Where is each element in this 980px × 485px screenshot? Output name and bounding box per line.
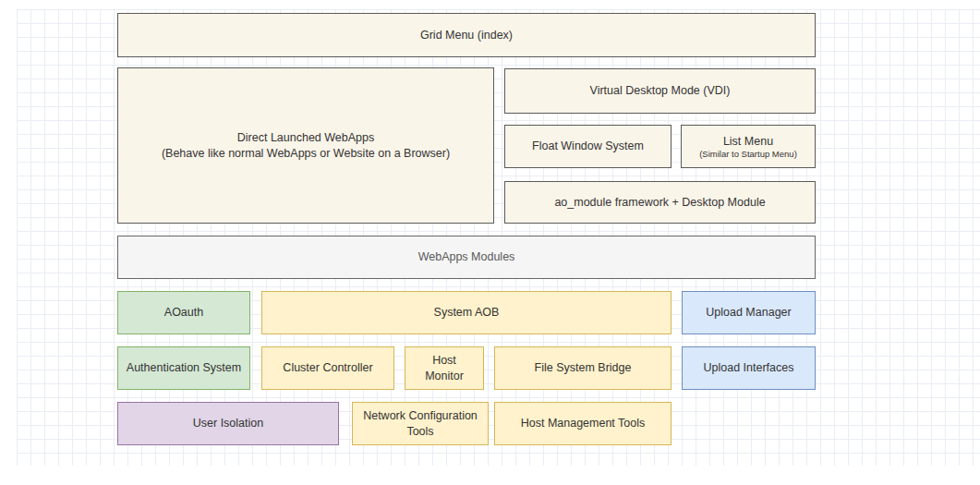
- box-sublabel: (Behave like normal WebApps or Website o…: [162, 146, 450, 161]
- diagram-box-network-configuration-tools: Network Configuration Tools: [352, 402, 489, 445]
- diagram-box-grid-menu: Grid Menu (index): [117, 13, 816, 57]
- box-label: Cluster Controller: [283, 360, 372, 375]
- diagram-box-float-window-system: Float Window System: [504, 125, 671, 168]
- diagram-box-cluster-controller: Cluster Controller: [261, 346, 394, 390]
- box-label: Network Configuration Tools: [360, 408, 480, 439]
- diagram-canvas: Grid Menu (index) Direct Launched WebApp…: [0, 0, 980, 485]
- box-label: Host Management Tools: [521, 416, 646, 430]
- box-label: ao_module framework + Desktop Module: [554, 195, 765, 210]
- box-label: System AOB: [434, 305, 500, 320]
- box-label: Authentication System: [127, 360, 241, 375]
- diagram-box-aoauth: AOauth: [117, 291, 250, 334]
- diagram-box-webapps-modules: WebApps Modules: [117, 236, 816, 279]
- box-label: User Isolation: [193, 416, 263, 430]
- box-label: Grid Menu (index): [420, 28, 513, 42]
- diagram-box-list-menu: List Menu (Similar to Startup Menu): [681, 125, 816, 168]
- diagram-box-direct-launched-webapps: Direct Launched WebApps (Behave like nor…: [117, 67, 494, 224]
- box-label: Direct Launched WebApps: [237, 130, 374, 145]
- diagram-box-authentication-system: Authentication System: [117, 346, 250, 390]
- diagram-box-user-isolation: User Isolation: [117, 402, 339, 445]
- diagram-box-upload-interfaces: Upload Interfaces: [682, 346, 816, 390]
- diagram-box-file-system-bridge: File System Bridge: [494, 346, 671, 390]
- diagram-box-system-aob: System AOB: [261, 291, 671, 334]
- box-label: Host Monitor: [413, 353, 476, 383]
- diagram-box-ao-module-framework: ao_module framework + Desktop Module: [504, 181, 816, 224]
- diagram-box-upload-manager: Upload Manager: [682, 291, 816, 334]
- box-label: Float Window System: [532, 139, 644, 153]
- box-label: Upload Interfaces: [704, 360, 794, 375]
- box-label: List Menu: [723, 134, 773, 149]
- box-label: File System Bridge: [535, 360, 632, 375]
- box-label: Upload Manager: [706, 305, 791, 320]
- diagram-box-virtual-desktop-mode: Virtual Desktop Mode (VDI): [504, 68, 816, 114]
- diagram-box-host-monitor: Host Monitor: [405, 346, 484, 390]
- box-label: WebApps Modules: [418, 249, 515, 264]
- box-sublabel: (Similar to Startup Menu): [699, 149, 797, 159]
- box-label: Virtual Desktop Mode (VDI): [590, 83, 731, 98]
- box-label: AOauth: [164, 305, 203, 320]
- diagram-box-host-management-tools: Host Management Tools: [494, 402, 671, 445]
